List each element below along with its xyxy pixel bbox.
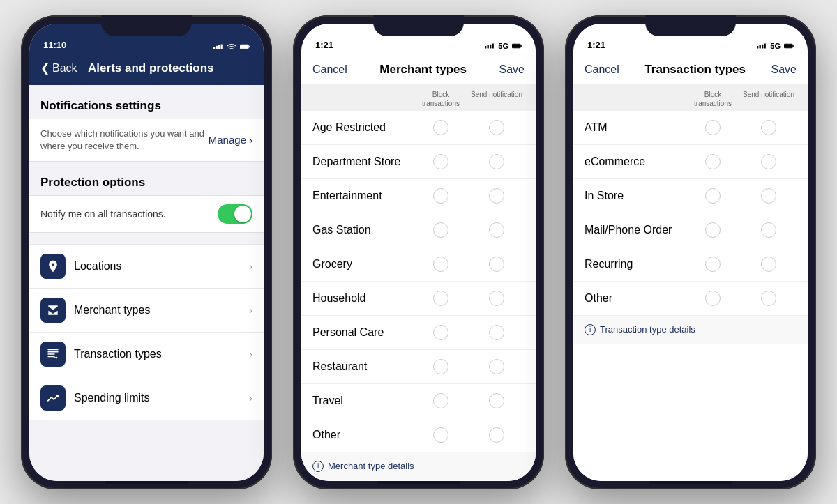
notify-radio[interactable] <box>489 291 504 306</box>
list-item-atm: ATM <box>573 111 808 145</box>
block-radio[interactable] <box>433 222 448 238</box>
block-radio[interactable] <box>433 291 448 306</box>
block-radio[interactable] <box>705 188 721 204</box>
svg-rect-5 <box>249 45 250 47</box>
block-radio-col <box>413 257 469 272</box>
notify-radio-col <box>469 154 525 169</box>
notify-radio-col <box>469 291 525 306</box>
notify-radio[interactable] <box>489 257 504 272</box>
menu-item-locations[interactable]: Locations › <box>29 244 264 289</box>
info-icon-tx: i <box>585 324 596 335</box>
block-radio[interactable] <box>433 427 448 443</box>
block-radio[interactable] <box>433 188 448 204</box>
block-radio[interactable] <box>705 120 721 135</box>
transaction-details-link[interactable]: Transaction type details <box>600 324 695 335</box>
svg-rect-6 <box>485 46 486 49</box>
menu-item-spending-limits[interactable]: Spending limits › <box>29 376 264 420</box>
status-time-1: 11:10 <box>43 40 66 50</box>
notify-col-header-3: Send notification <box>741 90 797 108</box>
modal-title-2: Merchant types <box>379 63 467 77</box>
list-item-in-store: In Store <box>573 179 808 213</box>
notify-radio[interactable] <box>489 393 504 408</box>
svg-rect-11 <box>521 45 522 47</box>
block-radio-col <box>413 120 469 135</box>
manage-button[interactable]: Manage › <box>209 134 252 146</box>
modal-nav-3: Cancel Transaction types Save <box>573 54 808 84</box>
row-label: Recurring <box>585 258 685 270</box>
block-radio[interactable] <box>705 222 721 238</box>
phone-1: 11:10 ❮ Back Alerts and protections <box>21 15 272 489</box>
block-radio-col <box>413 359 469 374</box>
block-radio-col <box>413 291 469 306</box>
back-button[interactable]: ❮ Back <box>40 61 77 75</box>
notify-radio[interactable] <box>489 222 504 238</box>
notify-radio[interactable] <box>761 120 776 135</box>
block-radio-col <box>685 154 741 169</box>
transaction-types-label: Transaction types <box>74 348 249 360</box>
block-radio[interactable] <box>705 257 721 272</box>
menu-item-transaction-types[interactable]: Transaction types › <box>29 333 264 376</box>
list-item-entertainment: Entertainment <box>301 179 536 213</box>
notify-radio-col <box>469 427 525 443</box>
notify-radio[interactable] <box>761 291 776 306</box>
row-label: Travel <box>312 395 413 407</box>
svg-rect-8 <box>490 44 491 48</box>
row-label: Entertainment <box>312 190 413 202</box>
home-indicator-1 <box>105 481 188 484</box>
modal-title-3: Transaction types <box>644 63 746 77</box>
notify-radio[interactable] <box>489 120 504 135</box>
svg-rect-7 <box>488 45 489 48</box>
notify-radio[interactable] <box>489 188 504 204</box>
list-item-other-tx: Other <box>573 282 808 316</box>
phone-2: 1:21 5G Cancel Merchant types Save Block… <box>293 15 544 489</box>
block-col-header-3: Block transactions <box>685 90 741 108</box>
block-radio[interactable] <box>433 393 448 408</box>
block-radio[interactable] <box>433 257 448 272</box>
notify-radio[interactable] <box>761 154 776 169</box>
save-button-3[interactable]: Save <box>771 63 797 76</box>
block-radio-col <box>685 120 741 135</box>
row-label: Gas Station <box>312 224 413 236</box>
notify-radio[interactable] <box>761 222 776 238</box>
block-radio[interactable] <box>705 291 721 306</box>
block-radio[interactable] <box>433 359 448 374</box>
notify-radio[interactable] <box>489 427 504 443</box>
notify-toggle[interactable] <box>218 204 252 224</box>
block-radio[interactable] <box>433 325 448 340</box>
cancel-button-2[interactable]: Cancel <box>312 63 347 76</box>
nav-title-1: Alerts and protections <box>77 61 225 75</box>
block-radio[interactable] <box>433 120 448 135</box>
manage-label: Manage <box>209 134 246 146</box>
menu-item-merchant-types[interactable]: Merchant types › <box>29 289 264 333</box>
notify-radio[interactable] <box>761 257 776 272</box>
svg-rect-1 <box>216 45 218 49</box>
block-radio-col <box>413 427 469 443</box>
notify-radio[interactable] <box>489 325 504 340</box>
notch-3 <box>645 15 736 36</box>
notify-radio-col <box>741 222 797 238</box>
block-radio[interactable] <box>705 154 721 169</box>
svg-rect-17 <box>793 45 794 47</box>
modal-nav-2: Cancel Merchant types Save <box>301 54 536 84</box>
spending-icon <box>46 391 60 405</box>
save-button-2[interactable]: Save <box>499 63 525 76</box>
block-radio-col <box>413 222 469 238</box>
cancel-button-3[interactable]: Cancel <box>585 63 619 76</box>
locations-chevron-icon: › <box>249 261 252 272</box>
table-header-3: Block transactions Send notification <box>573 84 808 111</box>
menu-list: Locations › Merchant types › <box>29 244 264 420</box>
block-radio-col <box>685 222 741 238</box>
block-radio[interactable] <box>433 154 448 169</box>
signal-icon <box>213 43 223 50</box>
merchant-details-link[interactable]: Merchant type details <box>328 461 414 471</box>
notch-2 <box>373 15 464 36</box>
notify-radio[interactable] <box>489 359 504 374</box>
row-label: Grocery <box>312 258 413 270</box>
row-label: eCommerce <box>585 155 685 168</box>
status-time-2: 1:21 <box>315 40 333 50</box>
notify-radio[interactable] <box>761 188 776 204</box>
list-item-mail-phone-order: Mail/Phone Order <box>573 213 808 247</box>
notify-radio[interactable] <box>489 154 504 169</box>
locations-icon-container <box>40 254 66 279</box>
row-label: Household <box>312 292 413 305</box>
